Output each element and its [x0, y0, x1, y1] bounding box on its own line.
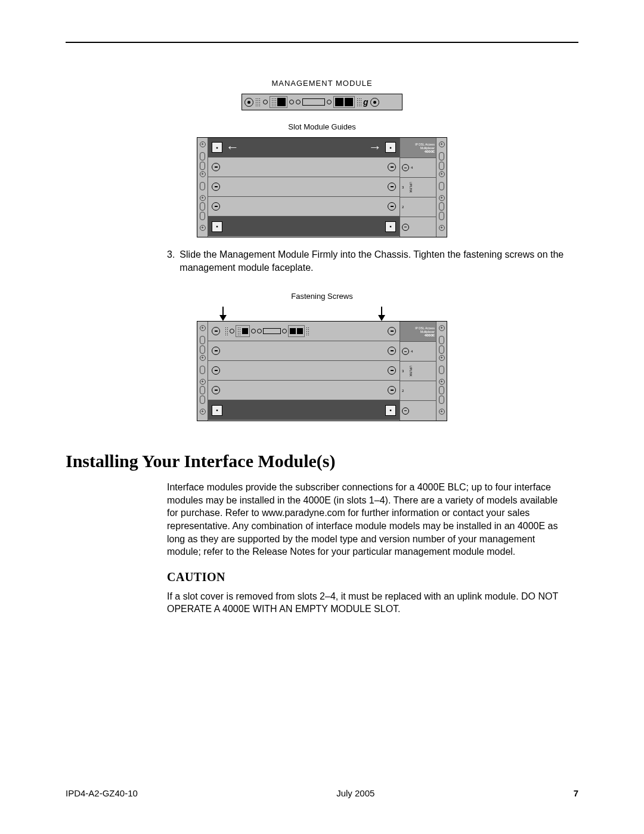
body-paragraph: Interface modules provide the subscriber… [167, 481, 566, 558]
chassis-slot-4 [208, 157, 400, 177]
chassis-slot-empty-top: ▪ ← → ▪ [208, 138, 400, 157]
inline-management-module [224, 325, 384, 337]
step-number: 3. [167, 248, 175, 274]
caution-heading: CAUTION [167, 570, 566, 584]
svg-marker-1 [219, 315, 227, 321]
chassis2-right-rail [436, 322, 447, 421]
chassis-slot-3 [208, 177, 400, 197]
chassis-slots: ▪ ← → ▪ ▪▪ [208, 138, 400, 237]
arrow-down-icon [376, 307, 388, 321]
chassis2-side-labels: IP DSL Access Multiplexer 4000E 4 3UPLIN… [400, 322, 436, 421]
fastening-arrows [197, 307, 447, 321]
chassis2-slots: ▪▪ [208, 322, 400, 421]
arrow-right-icon: → [369, 140, 382, 155]
section-heading: Installing Your Interface Module(s) [66, 451, 578, 471]
management-module-label: MANAGEMENT MODULE [66, 79, 578, 88]
chassis2-slot-empty: ▪▪ [208, 400, 400, 420]
step-text: Slide the Management Module Firmly into … [179, 248, 566, 274]
chassis2-mgmt-slot [208, 322, 400, 341]
step-3: 3. Slide the Management Module Firmly in… [167, 248, 566, 274]
chassis-side-labels: IP DSL Access Multiplexer 4000E 4 3UPLIN… [400, 138, 436, 237]
footer-date: July 2005 [336, 788, 374, 798]
chassis-product-name: IP DSL Access Multiplexer [401, 143, 435, 150]
chassis2-slot-3 [208, 361, 400, 381]
svg-marker-3 [378, 315, 385, 321]
chassis2-slot-2 [208, 381, 400, 400]
chassis-figure-1: ▪ ← → ▪ ▪▪ [197, 137, 447, 237]
chassis-slot-empty-bottom: ▪▪ [208, 217, 400, 236]
chassis2-slot-4 [208, 341, 400, 361]
footer-doc-id: IPD4-A2-GZ40-10 [66, 788, 138, 798]
chassis-right-rail [436, 138, 447, 237]
caution-text: If a slot cover is removed from slots 2–… [167, 590, 566, 616]
management-module-figure: g [242, 94, 402, 110]
chassis-left-rail [197, 138, 208, 237]
page-footer: IPD4-A2-GZ40-10 July 2005 7 [66, 788, 578, 798]
top-rule [66, 42, 578, 43]
arrow-down-icon [217, 307, 229, 321]
chassis2-left-rail [197, 322, 208, 421]
footer-page-number: 7 [574, 788, 578, 798]
fastening-screws-label: Fastening Screws [66, 292, 578, 301]
page: MANAGEMENT MODULE g Slot Module Guides [0, 0, 644, 834]
arrow-left-icon: ← [226, 140, 239, 155]
chassis-figure-2: ▪▪ IP DSL Access Multiplexer 4000E 4 3UP… [197, 321, 447, 421]
chassis-product-model: 4000E [425, 150, 435, 153]
chassis-slot-2 [208, 197, 400, 217]
slot-module-guides-label: Slot Module Guides [66, 122, 578, 131]
